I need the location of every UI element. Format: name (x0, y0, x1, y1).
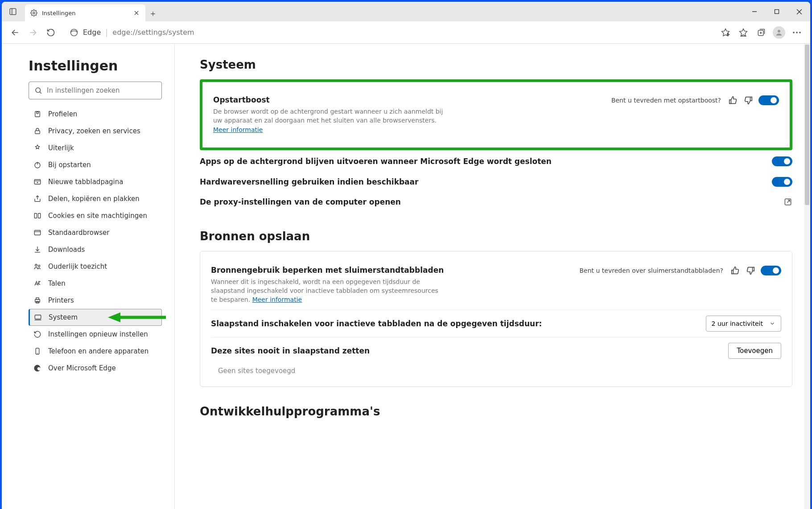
nav-cookies[interactable]: Cookies en site machtigingen (29, 207, 162, 224)
svg-point-44 (35, 264, 37, 267)
search-input[interactable] (47, 86, 156, 94)
minimize-button[interactable] (743, 2, 766, 21)
more-info-link[interactable]: Meer informatie (252, 296, 302, 303)
svg-marker-53 (108, 312, 120, 322)
svg-point-25 (799, 32, 801, 33)
close-window-button[interactable] (788, 2, 810, 21)
url-label: Edge (83, 28, 101, 37)
browser-tab[interactable]: Instellingen (25, 4, 145, 21)
nav-over-edge[interactable]: Over Microsoft Edge (29, 360, 162, 377)
collections-button[interactable] (752, 24, 770, 41)
nav-label: Talen (48, 279, 66, 287)
nav-bij-opstarten[interactable]: Bij opstarten (29, 156, 162, 173)
nav-uiterlijk[interactable]: Uiterlijk (29, 140, 162, 156)
svg-rect-0 (10, 8, 16, 15)
svg-rect-29 (35, 111, 40, 117)
nav-label: Profielen (48, 110, 77, 118)
svg-point-2 (33, 12, 35, 14)
setting-title: Apps op de achtergrond blijven uitvoeren… (200, 157, 763, 166)
close-tab-icon[interactable] (133, 9, 140, 16)
svg-point-26 (36, 88, 41, 93)
section-bronnen-title: Bronnen opslaan (200, 230, 792, 243)
url-text: edge://settings/system (112, 28, 194, 37)
svg-point-22 (778, 30, 780, 33)
svg-point-24 (796, 32, 798, 33)
feedback-question: Bent u tevreden over sluimerstandtabblad… (580, 267, 724, 274)
settings-nav: Profielen Privacy, zoeken en services Ui… (29, 106, 162, 377)
svg-rect-48 (36, 298, 39, 300)
nav-label: Downloads (48, 246, 85, 254)
nav-label: Instellingen opnieuw instellen (48, 330, 148, 338)
toggle-sleeping-tabs[interactable] (761, 266, 781, 275)
sleep-timeout-dropdown[interactable]: 2 uur inactiviteit (706, 316, 781, 332)
external-link-icon (783, 197, 792, 206)
section-dev-title: Ontwikkelhulpprogramma's (200, 405, 792, 418)
setting-desc: De browser wordt op de achtergrond gesta… (213, 107, 445, 134)
nav-label: Nieuwe tabbladpagina (48, 178, 124, 186)
toggle-opstartboost[interactable] (758, 95, 779, 105)
highlight-annotation: Opstartboost De browser wordt op de acht… (200, 79, 792, 150)
setting-never-sleep: Deze sites nooit in slaapstand zetten To… (211, 337, 781, 364)
read-aloud-button[interactable]: + (717, 24, 734, 41)
setting-title: De proxy-instellingen van de computer op… (200, 197, 775, 206)
nav-ouderlijk[interactable]: Ouderlijk toezicht (29, 258, 162, 275)
download-icon (33, 245, 42, 254)
nav-reset[interactable]: Instellingen opnieuw instellen (29, 326, 162, 343)
cookies-icon (33, 211, 42, 220)
toggle-hw-accel[interactable] (772, 177, 792, 187)
thumbs-down-icon[interactable] (743, 95, 753, 105)
avatar-icon (773, 26, 785, 39)
forward-button[interactable] (24, 24, 42, 41)
thumbs-up-icon[interactable] (728, 95, 738, 105)
back-button[interactable] (6, 24, 24, 41)
vertical-tabs-button[interactable] (2, 2, 24, 21)
settings-search[interactable] (29, 82, 162, 99)
nav-downloads[interactable]: Downloads (29, 241, 162, 258)
nav-label: Systeem (49, 313, 78, 321)
nav-delen[interactable]: Delen, kopiëren en plakken (29, 190, 162, 207)
favorites-button[interactable] (734, 24, 752, 41)
nav-standaardbrowser[interactable]: Standaardbrowser (29, 224, 162, 241)
nav-talen[interactable]: Talen (29, 275, 162, 292)
nav-profielen[interactable]: Profielen (29, 106, 162, 123)
reset-icon (33, 330, 42, 339)
svg-rect-30 (35, 131, 40, 134)
svg-point-23 (793, 32, 795, 33)
thumbs-up-icon[interactable] (730, 266, 740, 275)
setting-desc: Wanneer dit is ingeschakeld, wordt na ee… (211, 277, 443, 304)
setting-title: Bronnengebruik beperken met sluimerstand… (211, 266, 571, 275)
setting-sleeping-tabs: Bronnengebruik beperken met sluimerstand… (211, 260, 781, 310)
lock-icon (33, 127, 42, 135)
nav-nieuwe-tab[interactable]: Nieuwe tabbladpagina (29, 173, 162, 190)
nav-systeem[interactable]: Systeem (29, 309, 162, 326)
dropdown-value: 2 uur inactiviteit (712, 320, 763, 327)
svg-point-28 (37, 112, 39, 114)
titlebar: Instellingen (2, 2, 810, 21)
svg-rect-40 (34, 230, 41, 235)
setting-proxy[interactable]: De proxy-instellingen van de computer op… (200, 192, 792, 212)
maximize-button[interactable] (766, 2, 788, 21)
add-site-button[interactable]: Toevoegen (728, 343, 781, 359)
section-systeem-title: Systeem (200, 58, 792, 71)
no-sites-text: Geen sites toegevoegd (211, 364, 781, 382)
scrollbar[interactable] (804, 44, 810, 509)
nav-label: Uiterlijk (48, 144, 74, 152)
setting-opstartboost: Opstartboost De browser wordt op de acht… (213, 90, 779, 140)
thumbs-down-icon[interactable] (746, 266, 755, 275)
more-info-link[interactable]: Meer informatie (213, 126, 263, 133)
nav-privacy[interactable]: Privacy, zoeken en services (29, 123, 162, 140)
settings-main: Systeem Opstartboost De browser wordt op… (175, 44, 810, 509)
toggle-bg-apps[interactable] (772, 156, 792, 166)
nav-label: Bij opstarten (48, 161, 91, 169)
profile-button[interactable] (770, 24, 788, 41)
nav-telefoon[interactable]: Telefoon en andere apparaten (29, 343, 162, 360)
browser-icon (33, 228, 42, 237)
nav-printers[interactable]: Printers (29, 292, 162, 309)
profile-icon (33, 110, 42, 119)
reload-button[interactable] (42, 24, 60, 41)
address-bar[interactable]: Edge | edge://settings/system (63, 25, 713, 41)
window-controls (743, 2, 810, 21)
menu-button[interactable] (788, 24, 806, 41)
new-tab-button[interactable] (145, 6, 161, 21)
setting-title: Deze sites nooit in slaapstand zetten (211, 346, 719, 355)
